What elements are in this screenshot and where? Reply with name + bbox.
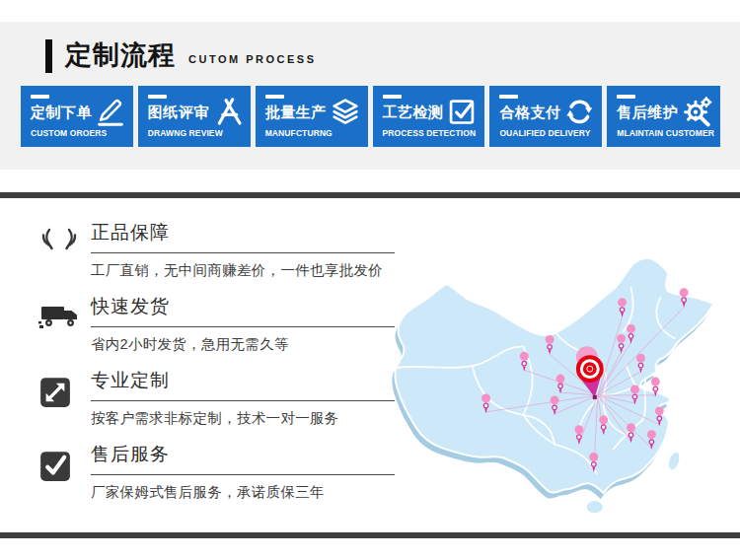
step-title-en: CUSTOM OROERS	[31, 128, 127, 138]
layers-icon	[329, 96, 362, 127]
section-title-en: CUTOM PROCESS	[188, 53, 316, 65]
step-qualified-delivery: 合格支付 OUALIFIED DELIVERY	[489, 86, 602, 147]
step-manufacturing: 批量生产 MANUFCTURNG	[256, 86, 368, 147]
process-steps-row: 定制下单 CUSTOM OROERS 图纸评审 DRAWNG REVIEW	[21, 86, 720, 147]
guarantee-text: 快速发货 省内2小时发货，急用无需久等	[91, 294, 405, 354]
truck-icon	[37, 294, 91, 331]
top-margin	[0, 0, 740, 22]
guarantee-desc: 厂家保姆式售后服务，承诺质保三年	[91, 483, 405, 502]
guarantee-custom: 专业定制 按客户需求非标定制，技术一对一服务	[37, 368, 405, 442]
guarantee-title: 售后服务	[91, 442, 395, 475]
step-dash	[383, 95, 402, 99]
guarantee-title: 专业定制	[91, 368, 395, 401]
guarantee-fast-shipping: 快速发货 省内2小时发货，急用无需久等	[37, 294, 405, 368]
check-icon	[37, 442, 91, 483]
guarantee-text: 专业定制 按客户需求非标定制，技术一对一服务	[91, 368, 405, 428]
step-dash	[31, 95, 49, 99]
step-title-en: OUALIFIED DELIVERY	[499, 128, 596, 138]
guarantee-text: 正品保障 工厂直销，无中间商赚差价，一件也享批发价	[91, 220, 405, 280]
step-dash	[148, 95, 167, 99]
guarantee-panel: 正品保障 工厂直销，无中间商赚差价，一件也享批发价 快速发货	[0, 198, 740, 532]
guarantee-title: 快速发货	[91, 294, 395, 327]
resize-arrow-icon	[37, 368, 91, 409]
step-title-en: PROCESS DETECTION	[383, 128, 480, 138]
guarantee-desc: 省内2小时发货，急用无需久等	[91, 335, 405, 354]
gear-wrench-icon	[681, 96, 714, 127]
custom-process-section: 定制流程 CUTOM PROCESS 定制下单 CUSTOM OROERS 图纸…	[0, 22, 740, 170]
step-dash	[499, 95, 518, 99]
step-title-en: DRAWNG REVIEW	[148, 128, 245, 138]
bottom-margin	[0, 538, 740, 560]
guarantee-after-sales: 售后服务 厂家保姆式售后服务，承诺质保三年	[37, 442, 405, 516]
guarantee-text: 售后服务 厂家保姆式售后服务，承诺质保三年	[91, 442, 405, 502]
check-square-icon	[445, 96, 479, 127]
step-drawing-review: 图纸评审 DRAWNG REVIEW	[138, 86, 251, 147]
section-gap	[0, 170, 740, 192]
guarantee-desc: 按客户需求非标定制，技术一对一服务	[91, 409, 405, 428]
step-after-sales-maintain: 售后维护 MLAINTAIN CUSTOMER	[607, 86, 720, 147]
step-custom-order: 定制下单 CUSTOM OROERS	[21, 86, 133, 147]
guarantee-genuine: 正品保障 工厂直销，无中间商赚差价，一件也享批发价	[37, 220, 405, 294]
guarantee-list: 正品保障 工厂直销，无中间商赚差价，一件也享批发价 快速发货	[37, 220, 405, 516]
step-title-en: MANUFCTURNG	[265, 128, 362, 138]
step-process-detection: 工艺检测 PROCESS DETECTION	[373, 86, 485, 147]
refresh-arrows-icon	[562, 96, 596, 127]
title-accent-bar	[45, 39, 52, 73]
step-dash	[617, 95, 635, 99]
section-title: 定制流程 CUTOM PROCESS	[0, 22, 740, 73]
pencil-icon	[94, 96, 127, 127]
section-title-cn: 定制流程	[65, 37, 176, 73]
china-distribution-map	[385, 248, 740, 532]
step-title-en: MLAINTAIN CUSTOMER	[617, 128, 714, 138]
guarantee-desc: 工厂直销，无中间商赚差价，一件也享批发价	[91, 261, 405, 280]
drafting-a-icon	[211, 96, 245, 127]
guarantee-title: 正品保障	[91, 220, 395, 253]
hands-icon	[37, 220, 91, 257]
step-dash	[265, 95, 284, 99]
